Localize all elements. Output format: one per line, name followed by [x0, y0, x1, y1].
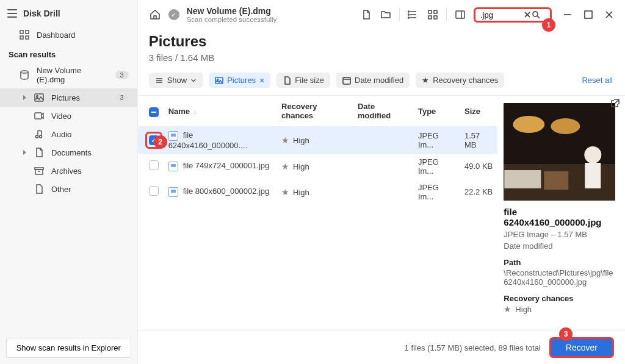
- nav-dashboard[interactable]: Dashboard: [0, 26, 137, 44]
- svg-rect-2: [20, 36, 23, 39]
- row-checkbox[interactable]: [149, 186, 159, 196]
- svg-rect-11: [35, 170, 43, 174]
- star-icon: ★: [281, 187, 289, 197]
- close-icon[interactable]: [604, 10, 614, 20]
- nav-volume-label: New Volume (E).dmg: [37, 66, 108, 84]
- svg-rect-31: [505, 170, 541, 188]
- nav-other-label: Other: [51, 185, 71, 194]
- clear-search-icon[interactable]: [523, 10, 532, 19]
- file-view-icon[interactable]: [360, 9, 372, 21]
- nav-video-label: Video: [51, 112, 71, 121]
- nav-documents[interactable]: Documents: [0, 143, 137, 162]
- nav-pictures-count: 3: [115, 93, 129, 102]
- main: ✓ New Volume (E).dmg Scan completed succ…: [138, 0, 625, 364]
- col-size[interactable]: Size: [460, 96, 497, 127]
- nav-archives-label: Archives: [51, 166, 82, 176]
- chevron-right-icon: [23, 95, 26, 100]
- reset-filters-link[interactable]: Reset all: [582, 76, 614, 85]
- star-icon: ★: [281, 162, 289, 171]
- table-row[interactable]: file 749x724_000001.jpg ★High JPEG Im...…: [138, 154, 498, 179]
- star-icon: ★: [281, 135, 289, 145]
- svg-rect-30: [585, 163, 601, 188]
- preview-thumbnail: [504, 103, 615, 201]
- svg-rect-16: [434, 10, 437, 13]
- callout-badge-1: 1: [542, 18, 555, 32]
- row-checkbox[interactable]: [149, 160, 159, 170]
- svg-point-12: [408, 11, 410, 12]
- footer: 1 files (1.57 MB) selected, 89 files tot…: [138, 330, 625, 364]
- table-row[interactable]: file 800x600_000002.jpg ★High JPEG Im...…: [138, 179, 498, 205]
- filter-file-size[interactable]: File size: [276, 73, 330, 88]
- nav-pictures-label: Pictures: [51, 93, 80, 102]
- folder-view-icon[interactable]: [380, 9, 392, 21]
- preview-panel: file 6240x4160_000000.jpg JPEG Image – 1…: [497, 96, 625, 330]
- svg-rect-0: [20, 30, 23, 34]
- select-all-checkbox[interactable]: [149, 107, 159, 117]
- app-title: Disk Drill: [23, 9, 60, 18]
- home-icon[interactable]: [149, 9, 161, 21]
- col-date[interactable]: Date modified: [353, 96, 413, 127]
- col-type[interactable]: Type: [413, 96, 460, 127]
- nav-documents-label: Documents: [51, 148, 92, 157]
- file-icon: [168, 162, 178, 171]
- preview-path-head: Path: [504, 258, 615, 267]
- list-view-icon[interactable]: [407, 9, 419, 21]
- nav-archives[interactable]: Archives: [0, 162, 137, 180]
- nav-dashboard-label: Dashboard: [37, 30, 76, 40]
- preview-type-size: JPEG Image – 1.57 MB: [504, 230, 615, 239]
- nav-volume-count: 3: [115, 71, 129, 79]
- filter-recovery-chances[interactable]: ★ Recovery chances: [416, 73, 504, 88]
- search-icon[interactable]: [532, 10, 540, 19]
- sidebar: Disk Drill Dashboard Scan results New Vo…: [0, 0, 138, 364]
- svg-point-14: [408, 17, 410, 18]
- other-icon: [34, 184, 44, 194]
- file-table: Name Recovery chances Date modified Type…: [138, 96, 498, 330]
- menu-icon[interactable]: [7, 9, 17, 18]
- filter-pictures[interactable]: Pictures ×: [209, 73, 270, 88]
- show-in-explorer-button[interactable]: Show scan results in Explorer: [6, 338, 131, 358]
- search-input[interactable]: [480, 10, 523, 20]
- minimize-icon[interactable]: [563, 10, 573, 20]
- preview-recovery-head: Recovery chances: [504, 294, 615, 303]
- table-row[interactable]: ✓ file 6240x4160_000000.... ★High JPEG I…: [138, 127, 498, 154]
- svg-point-6: [37, 96, 38, 98]
- nav-pictures[interactable]: Pictures 3: [0, 88, 137, 107]
- svg-rect-15: [428, 10, 432, 13]
- search-box[interactable]: [474, 7, 552, 23]
- nav-section-scan-results: Scan results: [0, 44, 137, 62]
- file-icon: [168, 131, 178, 141]
- col-recovery[interactable]: Recovery chances: [276, 96, 353, 127]
- svg-rect-21: [585, 11, 592, 18]
- volume-subtitle: Scan completed successfully: [187, 16, 277, 23]
- svg-point-26: [513, 116, 545, 133]
- nav-audio[interactable]: Audio: [0, 125, 137, 143]
- nav-video[interactable]: Video: [0, 107, 137, 125]
- open-external-icon[interactable]: [610, 98, 620, 110]
- separator: [446, 9, 447, 21]
- preview-pane-icon[interactable]: [454, 9, 466, 21]
- callout-badge-2: 2: [154, 135, 167, 149]
- nav-other[interactable]: Other: [0, 180, 137, 198]
- status-ok-icon: ✓: [168, 9, 179, 20]
- dashboard-icon: [20, 30, 29, 40]
- svg-rect-1: [26, 30, 29, 34]
- svg-rect-18: [434, 16, 437, 19]
- remove-filter-icon[interactable]: ×: [259, 76, 264, 85]
- recover-button[interactable]: Recover: [549, 337, 614, 358]
- filter-date-modified[interactable]: Date modified: [336, 73, 410, 88]
- video-icon: [34, 111, 44, 121]
- separator: [399, 9, 400, 21]
- callout-badge-3: 3: [559, 327, 573, 341]
- filter-show[interactable]: Show: [149, 73, 203, 88]
- preview-date: Date modified: [504, 241, 615, 251]
- grid-view-icon[interactable]: [427, 9, 439, 21]
- svg-rect-19: [456, 11, 464, 18]
- svg-point-20: [533, 12, 538, 16]
- nav-volume[interactable]: New Volume (E).dmg 3: [0, 62, 137, 88]
- page-subtitle: 3 files / 1.64 MB: [149, 52, 614, 63]
- svg-point-9: [40, 135, 42, 138]
- col-name[interactable]: Name: [164, 96, 276, 127]
- svg-rect-5: [35, 94, 43, 101]
- maximize-icon[interactable]: [583, 10, 593, 20]
- chevron-right-icon: [23, 150, 26, 155]
